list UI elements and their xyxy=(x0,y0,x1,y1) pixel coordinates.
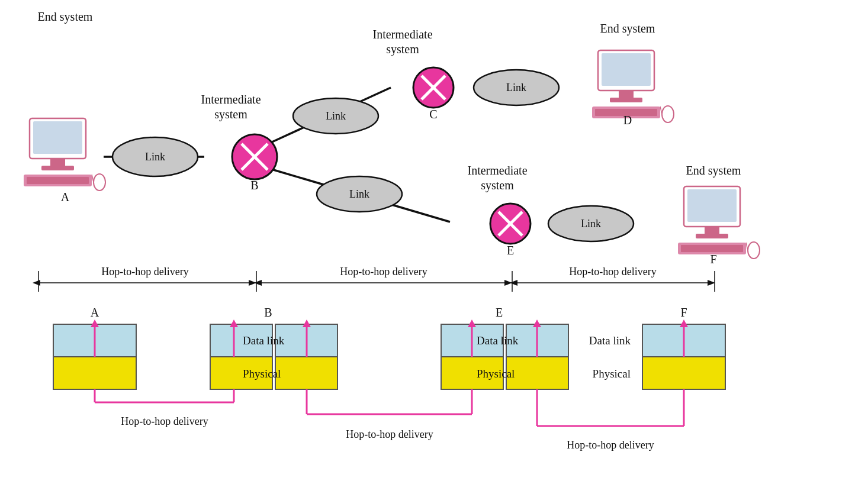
svg-rect-24 xyxy=(27,177,89,184)
node-f-label: F xyxy=(710,253,716,266)
link-bc-label: Link xyxy=(326,110,346,122)
intermediate-e-title-2: system xyxy=(481,179,514,192)
svg-rect-67 xyxy=(642,357,725,389)
physical-label-2: Physical xyxy=(477,367,515,380)
bottom-hop-label-ab: Hop-to-hop delivery xyxy=(121,415,208,427)
data-link-label-1: Data link xyxy=(243,334,285,347)
intermediate-b-title-1: Intermediate xyxy=(201,93,261,106)
stack-f-label: F xyxy=(680,306,687,319)
svg-rect-20 xyxy=(33,121,82,154)
node-a-label: A xyxy=(61,191,70,204)
svg-rect-40 xyxy=(681,245,743,252)
node-e-label: E xyxy=(507,244,514,257)
node-c-label: C xyxy=(429,108,437,121)
svg-marker-69 xyxy=(91,320,99,327)
stack-e-label: E xyxy=(496,306,503,319)
svg-marker-44 xyxy=(33,280,40,286)
hop-label-ef: Hop-to-hop delivery xyxy=(569,266,656,278)
intermediate-e-title-1: Intermediate xyxy=(467,164,527,177)
svg-rect-28 xyxy=(602,53,651,86)
intermediate-c-title-2: system xyxy=(386,43,419,56)
svg-point-41 xyxy=(748,242,760,259)
link-ab-label: Link xyxy=(145,151,165,163)
svg-marker-79 xyxy=(680,320,688,327)
bottom-hop-label-be: Hop-to-hop delivery xyxy=(346,428,433,440)
stack-a-label: A xyxy=(91,306,99,319)
svg-rect-65 xyxy=(506,357,568,389)
intermediate-b-title-2: system xyxy=(214,108,247,121)
svg-line-34 xyxy=(660,107,662,114)
svg-marker-73 xyxy=(303,320,311,327)
svg-line-26 xyxy=(92,175,94,182)
svg-rect-61 xyxy=(275,357,337,389)
bottom-hop-label-ef: Hop-to-hop delivery xyxy=(567,439,654,451)
svg-marker-50 xyxy=(510,280,517,286)
end-system-d-title: End system xyxy=(600,22,655,36)
node-b-label: B xyxy=(250,179,258,192)
svg-marker-51 xyxy=(708,280,715,286)
computer-a xyxy=(24,118,105,191)
computer-d xyxy=(592,50,674,122)
data-link-label-3: Data link xyxy=(589,334,631,347)
network-diagram: Link Link Link Link Link xyxy=(0,0,868,484)
end-system-f-title: End system xyxy=(686,164,741,178)
svg-marker-71 xyxy=(230,320,238,327)
svg-marker-47 xyxy=(254,280,262,286)
svg-rect-22 xyxy=(41,166,74,170)
physical-label-3: Physical xyxy=(593,367,631,380)
svg-line-42 xyxy=(746,243,748,250)
computer-f xyxy=(678,186,760,259)
svg-rect-37 xyxy=(705,227,719,234)
svg-rect-30 xyxy=(610,98,642,102)
svg-rect-21 xyxy=(50,159,65,166)
hop-label-ab: Hop-to-hop delivery xyxy=(101,266,188,278)
physical-label-1: Physical xyxy=(243,367,281,380)
svg-rect-57 xyxy=(53,357,136,389)
hop-label-be: Hop-to-hop delivery xyxy=(340,266,427,278)
node-d-label: D xyxy=(623,114,632,127)
svg-point-33 xyxy=(662,106,674,122)
link-ef-label: Link xyxy=(581,218,601,230)
data-link-label-2: Data link xyxy=(477,334,519,347)
end-system-a-title: End system xyxy=(38,10,93,24)
link-cd-label: Link xyxy=(506,82,526,93)
svg-rect-36 xyxy=(687,189,737,222)
intermediate-c-title-1: Intermediate xyxy=(372,28,432,41)
svg-point-25 xyxy=(94,174,105,191)
svg-marker-77 xyxy=(533,320,541,327)
stack-b-label: B xyxy=(264,306,272,319)
svg-rect-29 xyxy=(619,91,634,98)
svg-marker-75 xyxy=(468,320,476,327)
link-be-label: Link xyxy=(349,188,369,200)
svg-rect-38 xyxy=(696,234,728,238)
